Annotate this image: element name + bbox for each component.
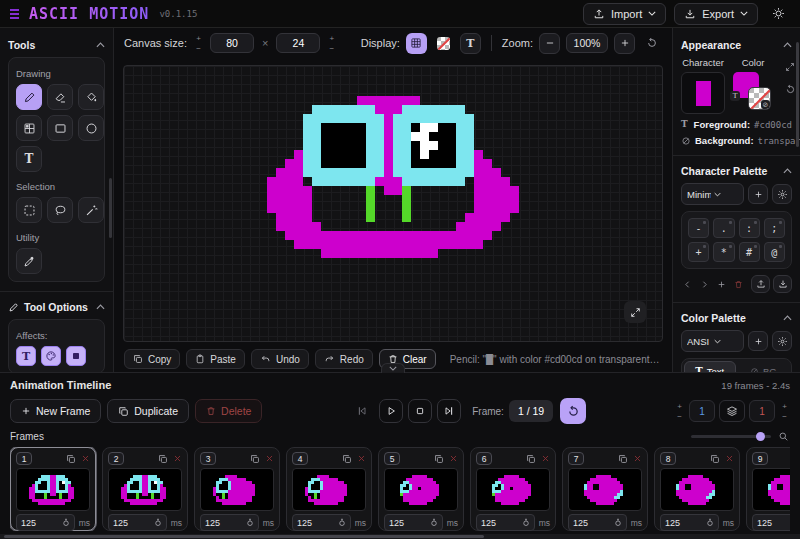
- import-button[interactable]: Import: [583, 3, 666, 25]
- onion-prev-input[interactable]: 1: [689, 400, 715, 422]
- character-palette-preset-dropdown[interactable]: Minimal ASC: [681, 183, 744, 205]
- affects-character-toggle[interactable]: T: [16, 346, 36, 366]
- canvas-collapse-tab[interactable]: [381, 363, 405, 373]
- color-palette-settings-button[interactable]: [772, 331, 792, 351]
- eraser-tool-button[interactable]: [47, 84, 73, 110]
- char-button[interactable]: #: [739, 242, 760, 262]
- add-character-button[interactable]: [748, 184, 768, 204]
- theme-toggle-button[interactable]: [766, 3, 790, 25]
- canvas-height-stepper[interactable]: +−: [326, 34, 337, 53]
- character-palette-header[interactable]: Character Palette: [681, 165, 792, 177]
- frame-duration-input[interactable]: 125: [660, 514, 719, 531]
- color-palette-header[interactable]: Color Palette: [681, 312, 792, 324]
- zoom-out-button[interactable]: [539, 33, 560, 54]
- tool-options-header[interactable]: Tool Options: [8, 301, 105, 313]
- palette-export-button[interactable]: [751, 275, 770, 293]
- play-button[interactable]: [379, 399, 403, 423]
- frame-card[interactable]: 7 125 ms: [562, 447, 648, 531]
- palette-prev-button[interactable]: [681, 275, 695, 293]
- duplicate-frame-icon[interactable]: [526, 454, 536, 464]
- frame-card[interactable]: 8 125 ms: [654, 447, 740, 531]
- pencil-tool-button[interactable]: [16, 84, 42, 110]
- char-button[interactable]: .: [713, 218, 734, 238]
- duplicate-frame-icon[interactable]: [158, 454, 168, 464]
- frame-duration-input[interactable]: 125: [384, 514, 443, 531]
- palette-next-button[interactable]: [698, 275, 712, 293]
- stop-button[interactable]: [408, 399, 432, 423]
- duplicate-frame-icon[interactable]: [434, 454, 444, 464]
- new-frame-button[interactable]: New Frame: [10, 399, 101, 423]
- paste-button[interactable]: Paste: [186, 349, 245, 369]
- onion-next-stepper[interactable]: +−: [779, 402, 790, 421]
- duplicate-frame-button[interactable]: Duplicate: [107, 399, 189, 423]
- affects-background-toggle[interactable]: [66, 346, 86, 366]
- canvas-height-input[interactable]: 24: [276, 33, 320, 53]
- select-tool-button[interactable]: [16, 197, 42, 223]
- display-text-toggle[interactable]: T: [460, 33, 481, 54]
- onion-next-input[interactable]: 1: [749, 400, 775, 422]
- redo-button[interactable]: Redo: [315, 349, 373, 369]
- canvas-width-input[interactable]: 80: [210, 33, 254, 53]
- affects-color-toggle[interactable]: [41, 346, 61, 366]
- duplicate-frame-icon[interactable]: [342, 454, 352, 464]
- frames-scrollbar[interactable]: [0, 534, 800, 539]
- duplicate-frame-icon[interactable]: [710, 454, 720, 464]
- tools-header[interactable]: Tools: [8, 39, 105, 51]
- frame-duration-input[interactable]: 125: [752, 514, 790, 531]
- appearance-header[interactable]: Appearance: [681, 39, 792, 51]
- canvas-width-stepper[interactable]: +−: [193, 34, 204, 53]
- zoom-in-button[interactable]: [614, 33, 635, 54]
- duplicate-frame-icon[interactable]: [618, 454, 628, 464]
- delete-frame-icon[interactable]: [449, 454, 458, 463]
- export-button[interactable]: Export: [674, 3, 758, 25]
- delete-frame-icon[interactable]: [541, 454, 550, 463]
- char-button[interactable]: ;: [764, 218, 785, 238]
- zoom-reset-button[interactable]: [641, 33, 662, 54]
- frame-duration-input[interactable]: 125: [200, 514, 259, 531]
- frame-card[interactable]: 9 125 ms: [746, 447, 790, 531]
- last-frame-button[interactable]: [437, 399, 461, 423]
- frame-duration-input[interactable]: 125: [292, 514, 351, 531]
- text-tool-button[interactable]: T: [16, 146, 42, 172]
- frame-card[interactable]: 3 125 ms: [194, 447, 280, 531]
- background-color-swatch[interactable]: ⊘: [748, 87, 771, 110]
- delete-frame-icon[interactable]: [81, 454, 90, 463]
- frame-size-slider[interactable]: [691, 435, 771, 438]
- drawing-canvas[interactable]: [123, 65, 663, 342]
- char-button[interactable]: :: [739, 218, 760, 238]
- delete-frame-icon[interactable]: [633, 454, 642, 463]
- canvas-expand-button[interactable]: [624, 301, 646, 323]
- frame-duration-input[interactable]: 125: [16, 514, 75, 531]
- color-palette-preset-dropdown[interactable]: ANSI 16-Col: [681, 330, 744, 352]
- delete-frame-icon[interactable]: [357, 454, 366, 463]
- loop-toggle-button[interactable]: [560, 398, 586, 424]
- ellipse-tool-button[interactable]: [78, 115, 104, 141]
- display-grid-toggle[interactable]: [406, 33, 427, 54]
- duplicate-frame-icon[interactable]: [250, 454, 260, 464]
- frame-card[interactable]: 2 125 ms: [102, 447, 188, 531]
- onion-prev-stepper[interactable]: +−: [674, 402, 685, 421]
- char-button[interactable]: -: [688, 218, 709, 238]
- frame-card[interactable]: 6 125 ms: [470, 447, 556, 531]
- delete-frame-icon[interactable]: [173, 454, 182, 463]
- magic-wand-tool-button[interactable]: [78, 197, 104, 223]
- character-preview[interactable]: [681, 72, 725, 114]
- palette-delete-button[interactable]: [731, 275, 745, 293]
- onion-skin-button[interactable]: [719, 400, 745, 422]
- frame-duration-input[interactable]: 125: [568, 514, 627, 531]
- frame-card[interactable]: 1 125 ms: [10, 447, 96, 531]
- char-button[interactable]: +: [688, 242, 709, 262]
- char-button[interactable]: @: [764, 242, 785, 262]
- copy-button[interactable]: Copy: [124, 349, 180, 369]
- first-frame-button[interactable]: [350, 399, 374, 423]
- fill-bucket-tool-button[interactable]: [78, 84, 104, 110]
- frame-duration-input[interactable]: 125: [108, 514, 167, 531]
- frame-duration-input[interactable]: 125: [476, 514, 535, 531]
- add-color-button[interactable]: [748, 331, 768, 351]
- rectangle-tool-button[interactable]: [47, 115, 73, 141]
- pattern-fill-tool-button[interactable]: [16, 115, 42, 141]
- undo-button[interactable]: Undo: [251, 349, 309, 369]
- delete-frame-icon[interactable]: [725, 454, 734, 463]
- delete-frame-button[interactable]: Delete: [195, 399, 262, 423]
- character-palette-settings-button[interactable]: [772, 184, 792, 204]
